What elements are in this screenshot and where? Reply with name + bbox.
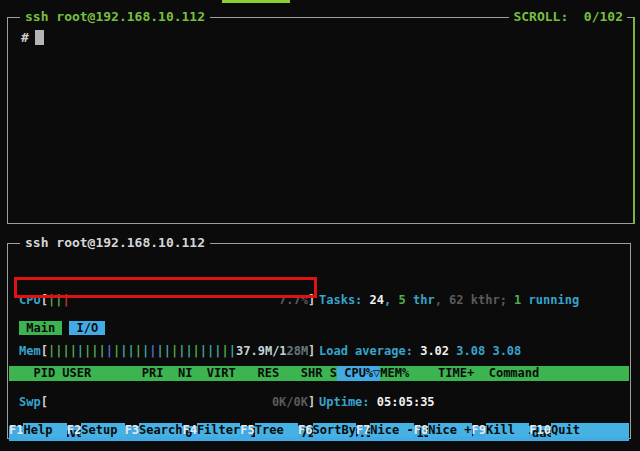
prompt-char: #	[21, 30, 29, 45]
text-cursor	[35, 30, 44, 45]
fkey-tree[interactable]: F5Tree	[240, 423, 298, 437]
sort-column-header[interactable]: CPU%▽	[337, 366, 380, 381]
sort-arrow-icon: ▽	[373, 366, 380, 380]
pane-title-shell: ssh root@192.168.10.112	[20, 9, 210, 24]
terminal-screen: ssh root@192.168.10.112 SCROLL: 0/102 # …	[0, 0, 640, 451]
fkey-search[interactable]: F3Search	[125, 423, 183, 437]
cpu-meter-bars: |||	[48, 292, 70, 309]
tasks-line: Tasks: 24, 5 thr, 62 kthr; 1 running	[319, 292, 579, 309]
cpu-meter-value: 7.7%	[279, 292, 308, 309]
fkey-quit[interactable]: F10Quit	[529, 423, 629, 437]
fkey-kill[interactable]: F9Kill	[472, 423, 530, 437]
scroll-indicator: SCROLL: 0/102	[509, 9, 627, 24]
fkey-nice-minus[interactable]: F7Nice -	[356, 423, 414, 437]
cpu-meter: CPU[|||7.7%]	[19, 292, 315, 309]
video-progress-strip	[222, 0, 290, 3]
cpu-meter-label: CPU	[19, 292, 41, 309]
tab-main[interactable]: Main	[19, 321, 62, 335]
htop-tabs: Main I/O	[19, 321, 105, 335]
pane-shell[interactable]: ssh root@192.168.10.112 SCROLL: 0/102 #	[7, 17, 635, 224]
fkey-sortby[interactable]: F6SortBy	[298, 423, 356, 437]
tab-io[interactable]: I/O	[69, 321, 105, 335]
fkey-help[interactable]: F1Help	[9, 423, 67, 437]
fkey-setup[interactable]: F2Setup	[67, 423, 125, 437]
fkey-filter[interactable]: F4Filter	[182, 423, 240, 437]
htop-app: CPU[|||7.7%] Mem[|||||||||||||||||||||||…	[8, 244, 630, 438]
shell-prompt[interactable]: #	[21, 30, 44, 45]
table-header-row[interactable]: PID USER PRI NI VIRT RES SHR S CPU%▽MEM%…	[9, 366, 629, 381]
pane-htop[interactable]: ssh root@192.168.10.112 CPU[|||7.7%] Mem…	[7, 243, 631, 439]
fkey-nice-plus[interactable]: F8Nice +	[414, 423, 472, 437]
function-key-bar: F1Help F2Setup F3Search F4Filter F5Tree …	[9, 423, 629, 437]
